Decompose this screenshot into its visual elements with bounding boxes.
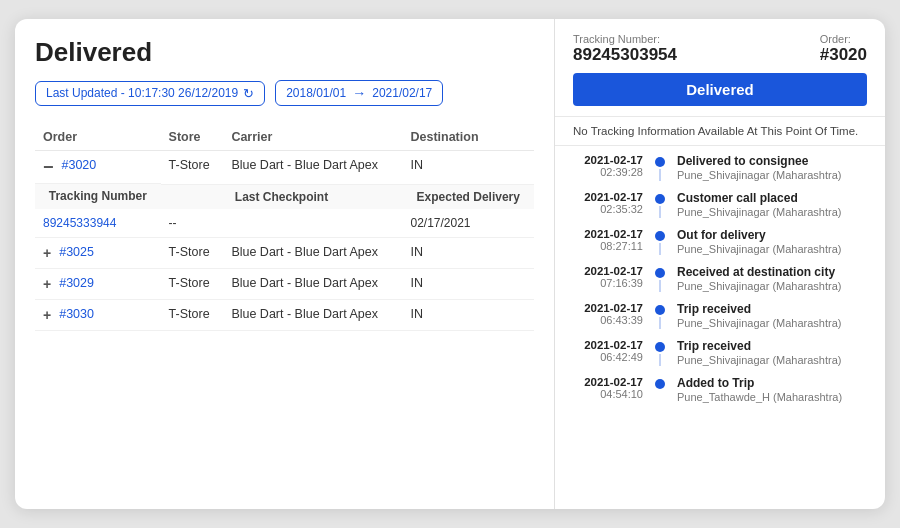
timeline-time: 07:16:39 xyxy=(573,277,643,289)
last-updated-button[interactable]: Last Updated - 10:17:30 26/12/2019 ↻ xyxy=(35,81,265,106)
timeline-dot xyxy=(655,305,665,315)
col-destination: Destination xyxy=(402,124,534,151)
refresh-icon: ↻ xyxy=(243,86,254,101)
timeline-content: Delivered to consignee Pune_Shivajinagar… xyxy=(677,154,867,181)
timeline-dot-col xyxy=(653,154,667,181)
expand-button[interactable]: + xyxy=(43,307,51,323)
table-row: + #3029 T-Store Blue Dart - Blue Dart Ap… xyxy=(35,269,534,300)
timeline-content: Received at destination city Pune_Shivaj… xyxy=(677,265,867,292)
timeline-date: 2021-02-17 xyxy=(573,191,643,203)
order-link[interactable]: #3025 xyxy=(59,245,94,259)
no-info-text: No Tracking Information Available At Thi… xyxy=(555,117,885,146)
timeline-event: Trip received xyxy=(677,302,867,316)
timeline-event: Trip received xyxy=(677,339,867,353)
table-header-row: Order Store Carrier Destination xyxy=(35,124,534,151)
order-link[interactable]: #3029 xyxy=(59,276,94,290)
timeline-dot xyxy=(655,342,665,352)
timeline-time: 04:54:10 xyxy=(573,388,643,400)
store-cell: T-Store xyxy=(161,151,224,185)
timeline: 2021-02-17 02:39:28 Delivered to consign… xyxy=(555,146,885,509)
tracking-number-cell: 89245333944 xyxy=(35,209,161,238)
table-row: − #3020 T-Store Blue Dart - Blue Dart Ap… xyxy=(35,151,534,185)
timeline-dot xyxy=(655,194,665,204)
col-carrier: Carrier xyxy=(223,124,402,151)
timeline-line xyxy=(659,317,661,329)
timeline-location: Pune_Shivajinagar (Maharashtra) xyxy=(677,243,867,255)
page-title: Delivered xyxy=(35,37,534,68)
destination-cell: IN xyxy=(402,300,534,331)
store-cell: T-Store xyxy=(161,237,224,269)
timeline-dot xyxy=(655,268,665,278)
timeline-content: Customer call placed Pune_Shivajinagar (… xyxy=(677,191,867,218)
timeline-line xyxy=(659,243,661,255)
tracking-row: 89245333944 -- 02/17/2021 xyxy=(35,209,534,238)
timeline-event: Delivered to consignee xyxy=(677,154,867,168)
expand-button[interactable]: − xyxy=(43,158,54,176)
timeline-date-time: 2021-02-17 08:27:11 xyxy=(573,228,643,255)
left-panel: Delivered Last Updated - 10:17:30 26/12/… xyxy=(15,19,555,509)
timeline-event: Received at destination city xyxy=(677,265,867,279)
filter-bar: Last Updated - 10:17:30 26/12/2019 ↻ 201… xyxy=(35,80,534,106)
table-row: + #3030 T-Store Blue Dart - Blue Dart Ap… xyxy=(35,300,534,331)
timeline-line xyxy=(659,206,661,218)
timeline-time: 06:43:39 xyxy=(573,314,643,326)
timeline-dot-col xyxy=(653,191,667,218)
timeline-location: Pune_Tathawde_H (Maharashtra) xyxy=(677,391,867,403)
timeline-location: Pune_Shivajinagar (Maharashtra) xyxy=(677,169,867,181)
main-card: Delivered Last Updated - 10:17:30 26/12/… xyxy=(15,19,885,509)
delivered-badge: Delivered xyxy=(573,73,867,106)
timeline-date: 2021-02-17 xyxy=(573,302,643,314)
timeline-content: Trip received Pune_Shivajinagar (Maharas… xyxy=(677,302,867,329)
timeline-line xyxy=(659,354,661,366)
timeline-content: Added to Trip Pune_Tathawde_H (Maharasht… xyxy=(677,376,867,403)
right-panel: Tracking Number: 89245303954 Order: #302… xyxy=(555,19,885,509)
timeline-dot-col xyxy=(653,376,667,403)
timeline-event: Added to Trip xyxy=(677,376,867,390)
timeline-location: Pune_Shivajinagar (Maharashtra) xyxy=(677,317,867,329)
timeline-time: 06:42:49 xyxy=(573,351,643,363)
col-order: Order xyxy=(35,124,161,151)
date-from: 2018/01/01 xyxy=(286,86,346,100)
timeline-item: 2021-02-17 06:43:39 Trip received Pune_S… xyxy=(573,302,867,329)
order-link[interactable]: #3030 xyxy=(59,307,94,321)
timeline-date-time: 2021-02-17 07:16:39 xyxy=(573,265,643,292)
timeline-event: Out for delivery xyxy=(677,228,867,242)
date-to: 2021/02/17 xyxy=(372,86,432,100)
timeline-dot-col xyxy=(653,339,667,366)
tracking-label: Tracking Number: xyxy=(573,33,677,45)
timeline-date: 2021-02-17 xyxy=(573,228,643,240)
timeline-date: 2021-02-17 xyxy=(573,265,643,277)
timeline-date-time: 2021-02-17 06:42:49 xyxy=(573,339,643,366)
sub-col-checkpoint: Last Checkpoint xyxy=(161,184,403,209)
tracking-value: 89245303954 xyxy=(573,45,677,65)
timeline-content: Out for delivery Pune_Shivajinagar (Maha… xyxy=(677,228,867,255)
timeline-date-time: 2021-02-17 06:43:39 xyxy=(573,302,643,329)
sub-col-delivery: Expected Delivery xyxy=(402,184,534,209)
timeline-dot xyxy=(655,379,665,389)
last-checkpoint-cell: -- xyxy=(161,209,403,238)
table-row: + #3025 T-Store Blue Dart - Blue Dart Ap… xyxy=(35,237,534,269)
order-link[interactable]: #3020 xyxy=(62,158,97,172)
timeline-item: 2021-02-17 07:16:39 Received at destinat… xyxy=(573,265,867,292)
carrier-cell: Blue Dart - Blue Dart Apex xyxy=(223,151,402,185)
timeline-item: 2021-02-17 02:39:28 Delivered to consign… xyxy=(573,154,867,181)
timeline-dot xyxy=(655,157,665,167)
tracking-number-link[interactable]: 89245333944 xyxy=(43,216,116,230)
expand-button[interactable]: + xyxy=(43,276,51,292)
timeline-date-time: 2021-02-17 04:54:10 xyxy=(573,376,643,403)
timeline-item: 2021-02-17 08:27:11 Out for delivery Pun… xyxy=(573,228,867,255)
timeline-item: 2021-02-17 04:54:10 Added to Trip Pune_T… xyxy=(573,376,867,403)
order-label: Order: xyxy=(820,33,867,45)
order-value: #3020 xyxy=(820,45,867,65)
destination-cell: IN xyxy=(402,269,534,300)
sub-col-tracking: Tracking Number xyxy=(35,184,161,209)
carrier-cell: Blue Dart - Blue Dart Apex xyxy=(223,269,402,300)
last-updated-label: Last Updated - 10:17:30 26/12/2019 xyxy=(46,86,238,100)
timeline-time: 02:39:28 xyxy=(573,166,643,178)
date-range: 2018/01/01 → 2021/02/17 xyxy=(275,80,443,106)
timeline-location: Pune_Shivajinagar (Maharashtra) xyxy=(677,280,867,292)
expand-button[interactable]: + xyxy=(43,245,51,261)
destination-cell: IN xyxy=(402,237,534,269)
timeline-time: 02:35:32 xyxy=(573,203,643,215)
carrier-cell: Blue Dart - Blue Dart Apex xyxy=(223,300,402,331)
